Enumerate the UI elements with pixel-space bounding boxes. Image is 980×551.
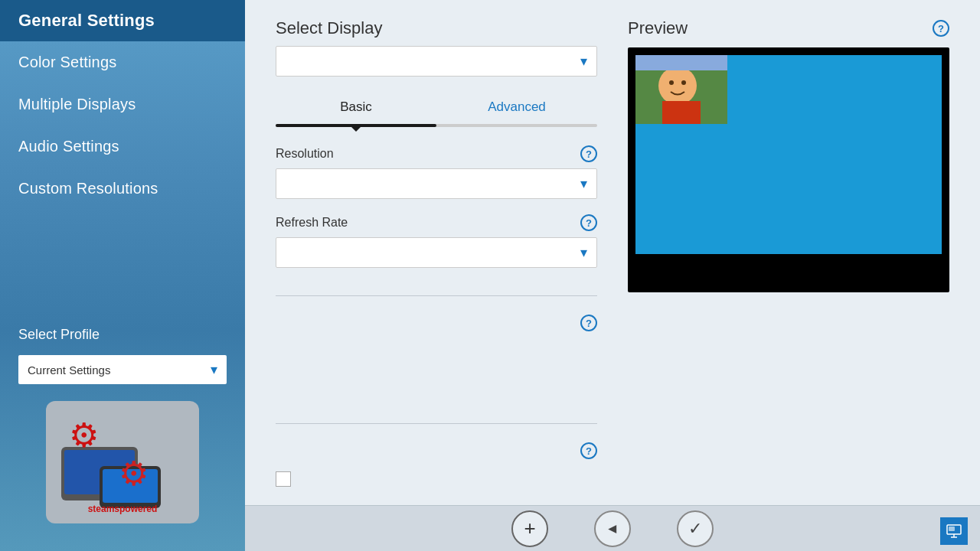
sidebar-item-custom-resolutions[interactable]: Custom Resolutions [0,168,245,210]
resolution-chevron-icon: ▾ [580,175,587,192]
resolution-dropdown[interactable]: ▾ [276,168,597,199]
preview-monitor [635,55,942,254]
profile-chevron-icon: ▾ [211,361,217,378]
left-panel: Select Display ▾ Basic Advanced [276,18,597,487]
svg-point-8 [658,67,697,105]
svg-rect-16 [949,527,955,531]
select-display-dropdown[interactable]: ▾ [276,46,597,77]
tabs-active-indicator [276,124,436,127]
tab-advanced[interactable]: Advanced [436,92,597,122]
refresh-rate-label: Refresh Rate [276,216,348,230]
select-profile-label: Select Profile [18,327,227,343]
resolution-field-header: Resolution ? [276,145,597,162]
spacer [276,337,597,411]
select-display-chevron-icon: ▾ [580,53,587,70]
right-panel: Preview ? [628,18,949,487]
sidebar: General Settings Color Settings Multiple… [0,0,245,551]
steamspowered-logo: ⚙ ⚙ steamspowered [46,401,199,523]
confirm-button[interactable]: ✓ [677,510,714,547]
refresh-rate-dropdown[interactable]: ▾ [276,237,597,268]
display-settings-icon [946,523,962,540]
svg-text:⚙: ⚙ [69,416,99,454]
down-button[interactable]: ▾ [594,510,631,547]
resolution-help-icon[interactable]: ? [580,145,597,162]
checkbox-input[interactable] [276,471,291,487]
refresh-rate-help-icon[interactable]: ? [580,214,597,231]
logo-area: ⚙ ⚙ steamspowered [18,393,227,539]
svg-point-9 [669,80,674,85]
tabs-container: Basic Advanced [276,92,597,127]
sidebar-item-multiple-displays[interactable]: Multiple Displays [0,83,245,126]
preview-box [628,47,949,292]
preview-help-icon[interactable]: ? [933,20,949,37]
logo-svg: ⚙ ⚙ steamspowered [54,409,191,516]
separator-1 [276,295,597,296]
select-display-label: Select Display [276,18,597,38]
resolution-label: Resolution [276,147,334,161]
sidebar-item-color-settings[interactable]: Color Settings [0,41,245,83]
display-icon[interactable] [940,517,968,545]
help-icon-2[interactable]: ? [580,442,597,459]
main-content: Select Display ▾ Basic Advanced [245,0,980,551]
profile-select-value: Current Settings [28,364,110,377]
help-row-1: ? [276,315,597,331]
add-button[interactable]: + [511,510,548,547]
svg-rect-12 [635,55,727,70]
separator-2 [276,423,597,424]
profile-select-dropdown[interactable]: Current Settings ▾ [18,355,227,384]
sidebar-item-audio-settings[interactable]: Audio Settings [0,126,245,168]
down-chevron-icon: ▾ [603,524,622,533]
refresh-rate-field-header: Refresh Rate ? [276,214,597,231]
svg-text:⚙: ⚙ [119,455,149,492]
refresh-rate-field-section: Refresh Rate ? ▾ [276,214,597,268]
refresh-rate-chevron-icon: ▾ [580,244,587,261]
svg-rect-11 [662,101,701,124]
preview-thumbnail [635,55,727,124]
app-container: General Settings Color Settings Multiple… [0,0,980,551]
tab-basic[interactable]: Basic [276,92,436,122]
tabs-row: Basic Advanced [276,92,597,122]
bottom-bar: + ▾ ✓ [245,505,980,551]
svg-point-10 [681,80,686,85]
resolution-field-section: Resolution ? ▾ [276,145,597,199]
svg-text:steamspowered: steamspowered [88,504,158,514]
help-row-2: ? [276,442,597,459]
preview-label: Preview [628,18,688,38]
sidebar-bottom: Select Profile Current Settings ▾ [0,315,245,551]
content-area: Select Display ▾ Basic Advanced [245,0,980,505]
checkbox-row [276,471,597,487]
sidebar-item-general-settings[interactable]: General Settings [0,0,245,41]
help-icon-1[interactable]: ? [580,315,597,331]
tabs-bar [276,124,597,127]
preview-header: Preview ? [628,18,949,38]
